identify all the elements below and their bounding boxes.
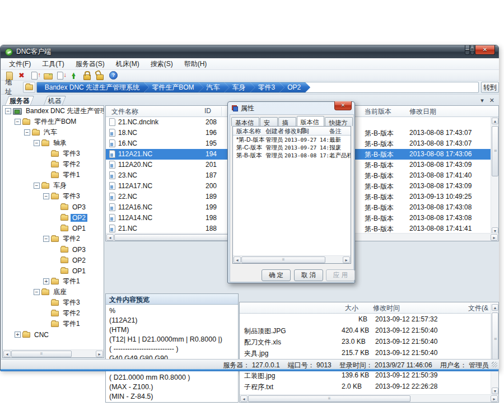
tree-item[interactable]: +零件1 — [3, 276, 104, 287]
scroll-thumb[interactable] — [241, 256, 325, 263]
breadcrumb-item[interactable]: 零件3 — [250, 82, 284, 92]
expander-icon[interactable]: − — [43, 236, 49, 242]
tree-item[interactable]: 零件1 — [3, 170, 104, 180]
list-item[interactable]: 配刀文件.xls23.0 KB2013-09-12 21:50:40 — [240, 336, 498, 347]
minimize-icon[interactable]: ─ — [465, 45, 469, 55]
scroll-thumb[interactable] — [248, 395, 410, 402]
tree-item[interactable]: 零件3 — [3, 148, 104, 159]
tree-item[interactable]: −车身 — [3, 180, 104, 191]
tree-item[interactable]: −汽车 — [3, 127, 104, 138]
scroll-up-icon[interactable]: ▴ — [492, 304, 498, 311]
filelist-vscrollbar[interactable]: ▴ ▾ — [491, 117, 498, 234]
close-icon[interactable]: ✕ — [475, 45, 495, 55]
tab-server[interactable]: 服务器 — [5, 96, 35, 105]
expander-icon[interactable]: − — [34, 183, 40, 189]
column-header-note[interactable]: 备注 — [329, 127, 342, 136]
version-row[interactable]: *第-D-版本管理员2013-09-27 14:...最新 — [233, 136, 351, 143]
expander-icon[interactable]: + — [43, 278, 49, 284]
tree-item[interactable]: 零件1 — [3, 319, 104, 329]
tree-item[interactable]: 零件2 — [3, 308, 104, 319]
scroll-up-icon[interactable]: ▴ — [492, 118, 498, 124]
tree-item[interactable]: −底座 — [3, 287, 104, 297]
column-header-id[interactable]: ID — [204, 107, 211, 115]
resize-grip[interactable] — [492, 362, 497, 367]
cancel-button[interactable]: 取 消 — [294, 269, 323, 281]
tree-item[interactable]: −零件3 — [3, 191, 104, 202]
version-row[interactable]: 第-C-版本管理员2013-09-27 14:...报废 — [233, 143, 351, 151]
menu-item[interactable]: 帮助(H) — [179, 58, 213, 70]
expander-icon[interactable]: − — [43, 193, 49, 199]
scroll-thumb[interactable] — [492, 312, 498, 366]
list-item[interactable]: 子程序.txt2.0 KB2013-09-12 22:26:28 — [240, 381, 498, 392]
expander-icon[interactable]: + — [15, 332, 21, 338]
upload-icon[interactable] — [68, 71, 80, 80]
scroll-right-icon[interactable]: ▸ — [491, 395, 498, 402]
list-item[interactable]: 夹具.jpg215.7 KB2013-09-12 21:50:40 — [240, 347, 498, 358]
address-folder-button[interactable] — [23, 82, 35, 93]
expander-icon[interactable]: − — [34, 289, 40, 295]
tree-item[interactable]: OP2 — [3, 255, 104, 265]
scroll-left-icon[interactable]: ◂ — [3, 351, 11, 357]
go-button[interactable]: 转到 — [481, 82, 499, 93]
dialog-tab[interactable]: 安全 — [260, 117, 278, 126]
menu-item[interactable]: 文件(F) — [3, 58, 36, 70]
collapse-icon[interactable]: ▾ — [480, 96, 484, 104]
tree-item[interactable]: 零件3 — [3, 297, 104, 308]
scroll-down-icon[interactable]: ▾ — [492, 388, 498, 394]
unlock-icon[interactable] — [94, 71, 105, 80]
scroll-right-icon[interactable]: ▸ — [96, 351, 103, 357]
expander-icon[interactable]: − — [5, 108, 11, 114]
help-icon[interactable] — [107, 71, 118, 80]
menu-item[interactable]: 工具(T) — [36, 58, 69, 70]
tree-item[interactable]: −零件2 — [3, 234, 104, 244]
expander-icon[interactable]: − — [34, 140, 40, 146]
list-item[interactable]: 工装图.jpg139.6 KB2013-09-12 21:50:39 — [240, 370, 498, 381]
dialog-tab[interactable]: 快捷方式 — [325, 117, 353, 126]
menu-item[interactable]: 搜索(S) — [145, 58, 179, 70]
column-header-version[interactable]: 当前版本 — [365, 107, 391, 116]
scroll-left-icon[interactable]: ◂ — [234, 256, 241, 263]
menu-item[interactable]: 机床(M) — [110, 58, 145, 70]
scroll-right-icon[interactable]: ▸ — [343, 256, 350, 263]
dialog-tab[interactable]: 版本信息 — [297, 116, 325, 126]
maximize-icon[interactable]: □ — [470, 45, 474, 55]
tree-item[interactable]: OP3 — [3, 244, 104, 255]
tree-item[interactable]: OP1 — [3, 223, 104, 234]
list-item[interactable]: 制品顶图.JPG420.4 KB2013-09-12 21:50:40 — [240, 325, 498, 336]
scroll-left-icon[interactable]: ◂ — [106, 234, 114, 241]
check-in-icon[interactable] — [30, 71, 41, 80]
dialog-tab[interactable]: 摘要 — [278, 117, 296, 126]
window-titlebar[interactable]: DNC客户端 ─□✕ — [1, 45, 498, 58]
tree-item[interactable]: −零件生产BOM — [3, 116, 104, 127]
ok-button[interactable]: 确 定 — [262, 269, 291, 281]
tree-item[interactable]: OP3 — [3, 202, 104, 212]
scroll-left-icon[interactable]: ◂ — [240, 395, 248, 402]
menu-item[interactable]: 服务器(S) — [70, 58, 110, 70]
column-header-name[interactable]: 文件名称 — [111, 107, 138, 116]
column-header-creator[interactable]: 创建者 — [265, 127, 284, 136]
column-header-file[interactable]: 文件(& — [468, 304, 488, 313]
receive-folder-icon[interactable] — [43, 71, 54, 80]
tree-item[interactable]: OP1 — [3, 265, 104, 276]
scroll-right-icon[interactable]: ▸ — [491, 234, 498, 241]
scroll-thumb[interactable] — [11, 351, 72, 357]
dialog-close-icon[interactable]: ✕ — [334, 101, 352, 110]
dialog-titlebar[interactable]: 属性 ✕ — [228, 102, 354, 114]
version-row[interactable]: 第-B-版本管理员2013-08-08 17:...老产品程序 — [233, 151, 351, 159]
expander-icon[interactable]: − — [15, 119, 21, 125]
column-header-date[interactable]: 修改日期 — [409, 107, 436, 116]
delete-icon[interactable] — [17, 71, 28, 80]
tree-item[interactable]: OP2 — [3, 212, 104, 223]
attach-vscrollbar[interactable]: ▴ ▾ — [491, 304, 498, 394]
tab-machine[interactable]: 机器 — [44, 96, 67, 105]
column-header-version-name[interactable]: 版本名称 — [236, 127, 261, 136]
tree-item[interactable]: −Bandex DNC 先进生产管理系统 — [3, 106, 104, 116]
lock-icon[interactable] — [81, 71, 92, 80]
check-out-icon[interactable] — [55, 71, 67, 80]
dialog-tab[interactable]: 基本信息 — [231, 117, 259, 126]
dialog-hscrollbar[interactable]: ◂ ▸ — [233, 255, 351, 263]
close-icon[interactable]: ✕ — [489, 96, 494, 104]
tree-item[interactable]: +CNC — [3, 329, 104, 340]
breadcrumb-item[interactable]: Bandex DNC 先进生产管理系统 — [37, 82, 149, 92]
column-header-time[interactable]: 修改时间 — [373, 304, 400, 313]
